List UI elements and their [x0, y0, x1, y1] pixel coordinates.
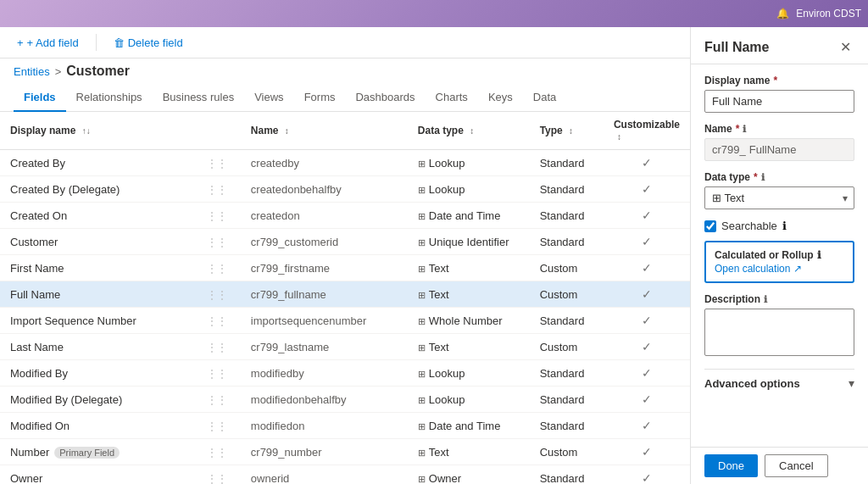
cell-drag-handle[interactable]: ⋮⋮	[197, 439, 241, 465]
description-textarea[interactable]	[704, 309, 854, 356]
done-button[interactable]: Done	[704, 454, 758, 477]
panel-body: Display name * Name * ℹ cr799_FullName	[691, 64, 868, 447]
cell-type: Standard	[530, 150, 604, 176]
table-row[interactable]: Modified On⋮⋮modifiedon⊞Date and TimeSta…	[0, 413, 690, 439]
tab-business-rules[interactable]: Business rules	[153, 84, 245, 112]
table-row[interactable]: Owner⋮⋮ownerid⊞OwnerStandard✓	[0, 465, 690, 485]
chevron-down-icon: ▾	[849, 376, 854, 390]
drag-handle-icon[interactable]: ⋮⋮	[207, 315, 227, 327]
drag-handle-icon[interactable]: ⋮⋮	[207, 394, 227, 406]
sort-customizable-icon[interactable]: ↕	[617, 132, 621, 142]
drag-handle-icon[interactable]: ⋮⋮	[207, 158, 227, 170]
cell-drag-handle[interactable]: ⋮⋮	[197, 281, 241, 308]
cell-customizable: ✓	[604, 203, 690, 229]
display-name-input[interactable]	[704, 90, 854, 113]
drag-handle-icon[interactable]: ⋮⋮	[207, 368, 227, 380]
cell-drag-handle[interactable]: ⋮⋮	[197, 203, 241, 229]
cell-drag-handle[interactable]: ⋮⋮	[197, 334, 241, 360]
tab-fields[interactable]: Fields	[14, 84, 66, 112]
notification-icon[interactable]: 🔔	[776, 8, 789, 19]
drag-handle-icon[interactable]: ⋮⋮	[207, 289, 227, 301]
sort-data-type-icon[interactable]: ↕	[470, 126, 474, 136]
field-name-text: cr799_number	[251, 446, 322, 459]
cell-drag-handle[interactable]: ⋮⋮	[197, 150, 241, 176]
drag-handle-icon[interactable]: ⋮⋮	[207, 236, 227, 248]
calc-rollup-info-icon[interactable]: ℹ	[817, 249, 821, 261]
breadcrumb-entities[interactable]: Entities	[14, 65, 50, 78]
panel-footer: Done Cancel	[691, 447, 868, 484]
cell-drag-handle[interactable]: ⋮⋮	[197, 255, 241, 281]
cell-drag-handle[interactable]: ⋮⋮	[197, 308, 241, 334]
add-field-button[interactable]: + + Add field	[14, 35, 82, 51]
sort-type-icon[interactable]: ↕	[569, 126, 573, 136]
drag-handle-icon[interactable]: ⋮⋮	[207, 473, 227, 485]
tab-data[interactable]: Data	[523, 84, 566, 112]
description-info-icon[interactable]: ℹ	[764, 294, 767, 305]
table-row[interactable]: Last Name⋮⋮cr799_lastname⊞TextCustom✓	[0, 334, 690, 360]
col-data-type[interactable]: Data type ↕	[408, 112, 530, 150]
table-row[interactable]: First Name⋮⋮cr799_firstname⊞TextCustom✓	[0, 255, 690, 281]
check-icon: ✓	[642, 314, 652, 327]
table-row[interactable]: Created By (Delegate)⋮⋮createdonbehalfby…	[0, 176, 690, 203]
sort-display-name-icon[interactable]: ↑↓	[82, 126, 91, 136]
table-row[interactable]: Customer⋮⋮cr799_customerid⊞Unique Identi…	[0, 229, 690, 255]
drag-handle-icon[interactable]: ⋮⋮	[207, 263, 227, 275]
tab-dashboards[interactable]: Dashboards	[345, 84, 425, 112]
cell-drag-handle[interactable]: ⋮⋮	[197, 413, 241, 439]
type-text: Custom	[540, 341, 578, 353]
tab-charts[interactable]: Charts	[426, 84, 478, 112]
toolbar: + + Add field 🗑 Delete field	[0, 27, 690, 58]
cell-drag-handle[interactable]: ⋮⋮	[197, 387, 241, 413]
col-type[interactable]: Type ↕	[530, 112, 604, 150]
cell-name: cr799_customerid	[241, 229, 408, 255]
data-type-text: Text	[429, 341, 449, 353]
data-type-select[interactable]: ⊞ Text ⊞ Lookup ⊞ Whole Number ⊞ Date an…	[704, 186, 854, 209]
fields-table: Display name ↑↓ Name ↕ Data type ↕	[0, 112, 690, 484]
close-panel-button[interactable]: ✕	[837, 37, 854, 57]
field-name-text: cr799_lastname	[251, 341, 330, 353]
searchable-info-icon[interactable]: ℹ	[782, 220, 787, 232]
col-name[interactable]: Name ↕	[241, 112, 408, 150]
advanced-options-row[interactable]: Advanced options ▾	[704, 369, 854, 397]
searchable-checkbox[interactable]	[704, 220, 716, 232]
cell-data-type: ⊞Text	[408, 281, 530, 308]
drag-handle-icon[interactable]: ⋮⋮	[207, 420, 227, 432]
table-row[interactable]: Full Name⋮⋮cr799_fullname⊞TextCustom✓	[0, 281, 690, 308]
col-display-name[interactable]: Display name ↑↓	[0, 112, 197, 150]
right-panel: Full Name ✕ Display name * Name * ℹ	[690, 27, 868, 484]
delete-field-button[interactable]: 🗑 Delete field	[110, 35, 186, 51]
cell-drag-handle[interactable]: ⋮⋮	[197, 360, 241, 387]
table-row[interactable]: Created By⋮⋮createdby⊞LookupStandard✓	[0, 150, 690, 176]
tab-relationships[interactable]: Relationships	[66, 84, 153, 112]
cell-drag-handle[interactable]: ⋮⋮	[197, 229, 241, 255]
type-text: Standard	[540, 314, 585, 327]
table-row[interactable]: NumberPrimary Field⋮⋮cr799_number⊞TextCu…	[0, 439, 690, 465]
type-text: Standard	[540, 236, 585, 248]
table-row[interactable]: Import Sequence Number⋮⋮importsequencenu…	[0, 308, 690, 334]
table-row[interactable]: Created On⋮⋮createdon⊞Date and TimeStand…	[0, 203, 690, 229]
open-calculation-link[interactable]: Open calculation ↗	[715, 263, 844, 275]
data-type-info-icon[interactable]: ℹ	[761, 172, 765, 183]
cell-name: ownerid	[241, 465, 408, 485]
tab-forms[interactable]: Forms	[294, 84, 346, 112]
sort-name-icon[interactable]: ↕	[285, 126, 289, 136]
cancel-button[interactable]: Cancel	[765, 454, 827, 477]
drag-handle-icon[interactable]: ⋮⋮	[207, 342, 227, 353]
tab-views[interactable]: Views	[244, 84, 293, 112]
left-panel: + + Add field 🗑 Delete field Entities > …	[0, 27, 690, 484]
drag-handle-icon[interactable]: ⋮⋮	[207, 184, 227, 196]
cell-type: Custom	[530, 255, 604, 281]
cell-drag-handle[interactable]: ⋮⋮	[197, 176, 241, 203]
tab-keys[interactable]: Keys	[478, 84, 523, 112]
cell-drag-handle[interactable]: ⋮⋮	[197, 465, 241, 485]
name-info-icon[interactable]: ℹ	[743, 124, 746, 135]
table-row[interactable]: Modified By (Delegate)⋮⋮modifiedonbehalf…	[0, 387, 690, 413]
drag-handle-icon[interactable]: ⋮⋮	[207, 447, 227, 459]
table-header-row: Display name ↑↓ Name ↕ Data type ↕	[0, 112, 690, 150]
field-name-text: importsequencenumber	[251, 314, 367, 327]
col-customizable[interactable]: Customizable ↕	[604, 112, 690, 150]
display-name-text: Created By	[10, 157, 65, 170]
drag-handle-icon[interactable]: ⋮⋮	[207, 210, 227, 222]
table-row[interactable]: Modified By⋮⋮modifiedby⊞LookupStandard✓	[0, 360, 690, 387]
breadcrumb-separator: >	[55, 65, 62, 78]
